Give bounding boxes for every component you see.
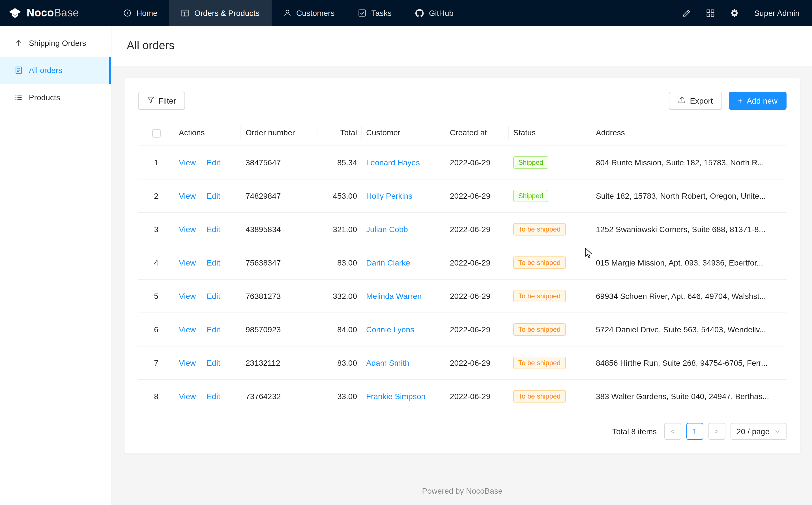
table-toolbar: Filter Export + Add new [138,92,787,110]
row-actions-cell: ViewEdit [174,313,241,346]
action-divider [201,159,202,167]
list-icon [15,94,23,101]
address-cell: 383 Walter Gardens, Suite 040, 24947, Be… [591,380,787,413]
row-index: 6 [138,313,174,346]
customer-link[interactable]: Adam Smith [366,358,410,367]
page-size-select[interactable]: 20 / page [730,423,787,440]
pagination-next-button[interactable]: > [708,423,725,440]
row-index: 5 [138,280,174,313]
column-header-created-at: Created at [445,120,509,146]
column-header-total: Total [317,120,361,146]
sidebar-item-label: Shipping Orders [29,38,86,47]
sidebar-item-shipping-orders[interactable]: Shipping Orders [0,29,111,57]
left-sidebar: Shipping Orders All orders Products [0,26,111,505]
home-icon [123,9,131,17]
plugins-grid-icon[interactable] [706,9,715,17]
nav-item-orders-products[interactable]: Orders & Products [170,0,271,26]
github-icon [415,9,424,17]
brand-text: NocoBase [27,7,79,19]
view-link[interactable]: View [179,258,196,267]
address-cell: 84856 Hirthe Run, Suite 268, 94754-6705,… [591,346,787,380]
sidebar-item-products[interactable]: Products [0,84,111,111]
action-divider [201,192,202,200]
export-button-label: Export [690,96,713,105]
order-number-cell: 38475647 [241,146,317,179]
arrow-up-icon [15,39,23,47]
order-number-cell: 74829847 [241,179,317,212]
page-header: All orders [111,26,812,66]
status-cell: To be shipped [509,246,591,280]
created-at-cell: 2022-06-29 [445,280,509,313]
export-icon [678,96,686,106]
customer-link[interactable]: Connie Lyons [366,325,414,334]
content-area: Filter Export + Add new [111,66,812,505]
edit-link[interactable]: Edit [207,158,220,167]
customer-link[interactable]: Leonard Hayes [366,158,420,167]
order-number-cell: 23132112 [241,346,317,380]
action-divider [201,226,202,234]
table-row: 6 ViewEdit 98570923 84.00 Connie Lyons 2… [138,313,787,346]
view-link[interactable]: View [179,191,196,200]
action-divider [201,393,202,401]
nav-item-tasks[interactable]: Tasks [346,0,403,26]
orders-card: Filter Export + Add new [124,78,800,454]
table-row: 7 ViewEdit 23132112 83.00 Adam Smith 202… [138,346,787,380]
row-actions-cell: ViewEdit [174,146,241,179]
customer-cell: Melinda Warren [361,280,445,313]
row-actions-cell: ViewEdit [174,212,241,246]
sidebar-item-all-orders[interactable]: All orders [0,57,111,84]
main-nav: Home Orders & Products Customers Tasks [111,0,683,26]
customer-link[interactable]: Darin Clarke [366,258,410,267]
customer-cell: Frankie Simpson [361,380,445,413]
status-badge: Shipped [513,156,548,169]
pagination-prev-button[interactable]: < [664,423,681,440]
add-new-button-label: Add new [747,96,778,105]
status-badge: To be shipped [513,257,566,269]
column-header-order-number: Order number [241,120,317,146]
table-row: 1 ViewEdit 38475647 85.34 Leonard Hayes … [138,146,787,179]
status-cell: To be shipped [509,380,591,413]
edit-link[interactable]: Edit [207,291,220,300]
status-badge: To be shipped [513,323,566,336]
filter-button[interactable]: Filter [138,92,185,110]
order-number-cell: 98570923 [241,313,317,346]
pagination-page-1[interactable]: 1 [686,423,703,440]
customer-link[interactable]: Melinda Warren [366,292,422,301]
export-button[interactable]: Export [669,92,722,110]
table-row: 2 ViewEdit 74829847 453.00 Holly Perkins… [138,179,787,212]
edit-link[interactable]: Edit [207,258,220,267]
view-link[interactable]: View [179,158,196,167]
select-all-checkbox[interactable] [152,129,161,138]
action-divider [201,326,202,334]
customer-cell: Julian Cobb [361,212,445,246]
edit-link[interactable]: Edit [207,325,220,334]
customer-link[interactable]: Frankie Simpson [366,392,426,401]
edit-link[interactable]: Edit [207,391,220,400]
edit-link[interactable]: Edit [207,224,220,233]
plus-icon: + [738,96,743,105]
nocobase-logo[interactable]: NocoBase [0,0,111,26]
customer-cell: Darin Clarke [361,246,445,280]
nav-item-customers[interactable]: Customers [271,0,346,26]
total-cell: 84.00 [317,313,361,346]
view-link[interactable]: View [179,391,196,400]
user-menu[interactable]: Super Admin [754,8,800,18]
table-header-row: Actions Order number Total Customer Crea… [138,120,787,146]
row-actions-cell: ViewEdit [174,346,241,380]
customer-link[interactable]: Holly Perkins [366,191,412,200]
edit-link[interactable]: Edit [207,191,220,200]
view-link[interactable]: View [179,358,196,367]
nav-item-home[interactable]: Home [111,0,170,26]
settings-gear-icon[interactable] [730,8,739,18]
customers-icon [283,9,291,17]
nocobase-logo-icon [8,6,22,20]
view-link[interactable]: View [179,291,196,300]
view-link[interactable]: View [179,325,196,334]
nav-item-github[interactable]: GitHub [403,0,466,26]
view-link[interactable]: View [179,224,196,233]
add-new-button[interactable]: + Add new [729,92,787,110]
powered-by-footer: Powered by NocoBase [124,454,800,505]
edit-link[interactable]: Edit [207,358,220,367]
ui-editor-pen-icon[interactable] [683,9,691,17]
customer-link[interactable]: Julian Cobb [366,225,408,234]
